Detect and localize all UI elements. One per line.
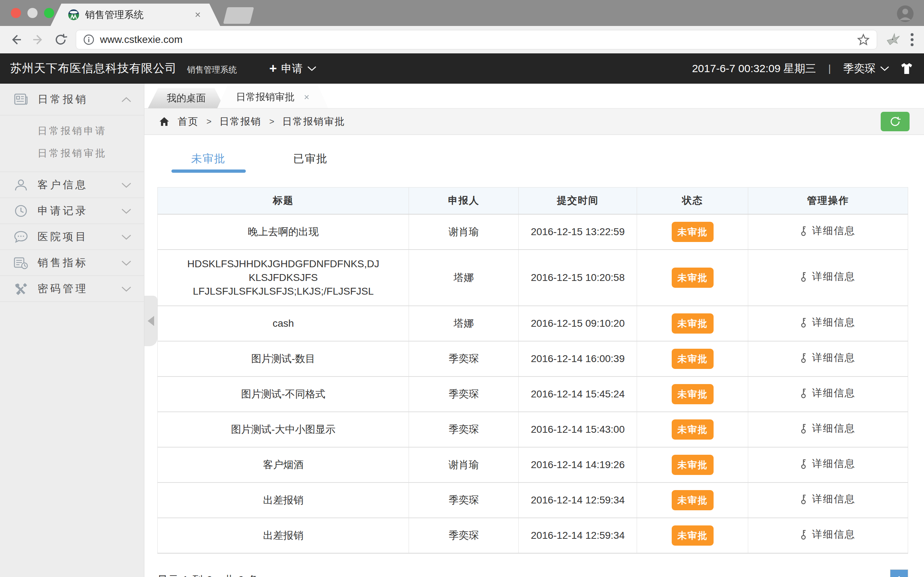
detail-info-link[interactable]: 详细信息 (801, 422, 855, 435)
key-icon (801, 352, 809, 363)
chevron-down-icon (880, 66, 889, 71)
back-icon[interactable] (9, 32, 23, 47)
browser-toolbar: www.cstkexie.com (0, 26, 924, 53)
detail-info-link[interactable]: 详细信息 (801, 224, 855, 238)
detail-info-link[interactable]: 详细信息 (801, 492, 855, 506)
reload-icon[interactable] (53, 32, 68, 47)
pagination-summary: 显示 1 到 9，共 9 条 (157, 573, 259, 577)
key-icon (801, 271, 809, 282)
clock-icon (14, 204, 28, 218)
sidebar-collapse-handle[interactable] (144, 296, 157, 346)
detail-info-link[interactable]: 详细信息 (801, 316, 855, 329)
sidebar-item-password-management[interactable]: 密码管理 (0, 276, 144, 302)
tab-close-icon[interactable]: × (193, 9, 203, 21)
cell-status: 未审批 (637, 250, 748, 306)
sidebar-subitem-expense-approve[interactable]: 日常报销审批 (0, 142, 144, 164)
company-name: 苏州天下布医信息科技有限公司 (10, 61, 177, 76)
cell-submit-time: 2016-12-15 10:20:58 (519, 250, 637, 306)
minimize-window-button[interactable] (27, 8, 37, 18)
screen: 销售管理系统 × www.cstkexie.com (0, 0, 924, 577)
apply-menu-button[interactable]: + 申请 (269, 61, 317, 76)
body-row: 日常报销 日常报销申请 日常报销审批 客户信息 (0, 84, 924, 577)
tab-close-icon[interactable]: × (304, 92, 309, 103)
key-icon (801, 226, 809, 236)
forward-icon[interactable] (31, 32, 45, 47)
user-menu[interactable]: 季奕琛 (843, 61, 889, 76)
cell-applicant: 季奕琛 (409, 518, 519, 553)
pagination: 显示 1 到 9，共 9 条 1 (157, 569, 908, 577)
system-name: 销售管理系统 (187, 64, 237, 76)
browser-titlebar: 销售管理系统 × (0, 0, 924, 26)
cell-submit-time: 2016-12-14 14:19:26 (519, 447, 637, 482)
theme-tshirt-icon[interactable] (900, 62, 914, 75)
detail-info-link[interactable]: 详细信息 (801, 270, 855, 284)
detail-info-link[interactable]: 详细信息 (801, 351, 855, 364)
table-row: 出差报销 季奕琛 2016-12-14 12:59:34 未审批 详细信息 (158, 482, 908, 518)
extension-bird-icon[interactable] (885, 32, 901, 47)
workspace-tab-label: 日常报销审批 (236, 90, 294, 103)
table-header-row: 标题 申报人 提交时间 状态 管理操作 (158, 187, 908, 214)
detail-info-label: 详细信息 (812, 316, 855, 329)
table-row: 出差报销 季奕琛 2016-12-14 12:59:34 未审批 详细信息 (158, 518, 908, 553)
sidebar-subitem-expense-apply[interactable]: 日常报销申请 (0, 120, 144, 142)
cell-status: 未审批 (637, 482, 748, 518)
cell-applicant: 季奕琛 (409, 377, 519, 412)
cell-submit-time: 2016-12-14 12:59:34 (519, 482, 637, 518)
sidebar-item-daily-expense[interactable]: 日常报销 (0, 84, 144, 115)
breadcrumb-expense-approval[interactable]: 日常报销审批 (282, 115, 345, 128)
browser-tab[interactable]: 销售管理系统 × (50, 3, 220, 26)
cell-applicant: 塔娜 (409, 306, 519, 341)
detail-info-link[interactable]: 详细信息 (801, 386, 855, 400)
refresh-button[interactable] (881, 112, 909, 131)
cell-title: cash (158, 306, 409, 341)
page-info-icon[interactable] (83, 34, 94, 45)
breadcrumb-home[interactable]: 首页 (178, 115, 199, 128)
new-tab-button[interactable] (223, 7, 254, 24)
table-row: 图片测试-大中小图显示 季奕琛 2016-12-14 15:43:00 未审批 … (158, 412, 908, 447)
browser-menu-icon[interactable] (910, 32, 914, 47)
content: 我的桌面 日常报销审批 × 首页 > 日常报销 > 日常报销审批 (144, 84, 924, 577)
chevron-up-icon (121, 96, 132, 103)
sidebar-item-hospital-projects[interactable]: 医院项目 (0, 224, 144, 250)
url-text[interactable]: www.cstkexie.com (100, 34, 851, 45)
cell-status: 未审批 (637, 341, 748, 377)
status-badge: 未审批 (672, 525, 714, 546)
cell-operations: 详细信息 (748, 518, 908, 553)
table-row: cash 塔娜 2016-12-15 09:10:20 未审批 详细信息 (158, 306, 908, 341)
column-header-submit-time: 提交时间 (519, 187, 637, 214)
cell-applicant: 季奕琛 (409, 482, 519, 518)
detail-info-label: 详细信息 (812, 422, 855, 435)
detail-info-link[interactable]: 详细信息 (801, 457, 855, 471)
cell-applicant: 谢肖瑜 (409, 214, 519, 250)
cell-operations: 详细信息 (748, 341, 908, 377)
sidebar-item-customer-info[interactable]: 客户信息 (0, 172, 144, 198)
cell-applicant: 季奕琛 (409, 341, 519, 377)
url-bar[interactable]: www.cstkexie.com (76, 30, 877, 49)
table-row: 客户烟酒 谢肖瑜 2016-12-14 14:19:26 未审批 详细信息 (158, 447, 908, 482)
close-window-button[interactable] (11, 8, 21, 18)
collapse-left-icon (148, 316, 154, 326)
zoom-window-button[interactable] (44, 8, 54, 18)
sidebar-item-label: 申请记录 (37, 204, 121, 218)
sidebar-item-label: 医院项目 (37, 230, 121, 244)
browser-profile-avatar[interactable] (897, 5, 914, 23)
bookmark-star-icon[interactable] (857, 34, 869, 46)
sidebar-item-sales-targets[interactable]: 销售指标 (0, 250, 144, 276)
detail-info-label: 详细信息 (812, 224, 855, 238)
tab-approved[interactable]: 已审批 (260, 152, 362, 173)
sidebar-item-apply-records[interactable]: 申请记录 (0, 198, 144, 224)
favicon (68, 9, 79, 21)
workspace-tab-desktop[interactable]: 我的桌面 (148, 88, 225, 108)
breadcrumb-bar: 首页 > 日常报销 > 日常报销审批 (144, 108, 924, 135)
detail-info-link[interactable]: 详细信息 (801, 528, 855, 541)
cell-submit-time: 2016-12-14 12:59:34 (519, 518, 637, 553)
cell-submit-time: 2016-12-14 15:43:00 (519, 412, 637, 447)
breadcrumb-daily-expense[interactable]: 日常报销 (220, 115, 261, 128)
key-icon (801, 423, 809, 434)
tab-unapproved[interactable]: 未审批 (157, 152, 260, 173)
status-badge: 未审批 (672, 490, 714, 510)
cell-operations: 详细信息 (748, 482, 908, 518)
page-1-button[interactable]: 1 (890, 569, 908, 577)
key-icon (801, 529, 809, 540)
workspace-tab-expense-approval[interactable]: 日常报销审批 × (217, 86, 328, 108)
